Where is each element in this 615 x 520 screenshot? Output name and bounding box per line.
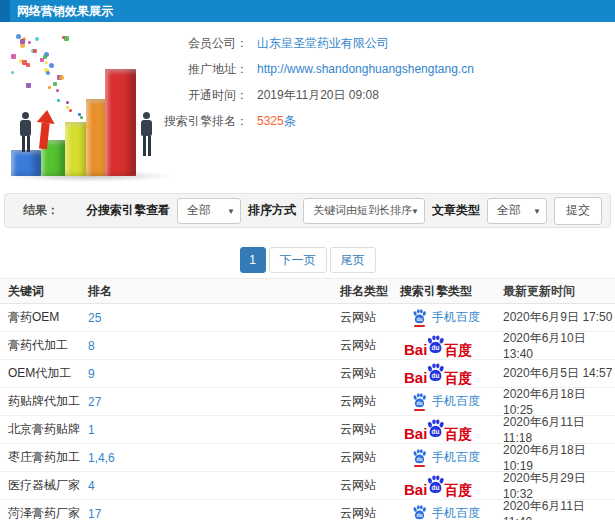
- baidu-du-icon: du: [426, 419, 445, 441]
- baidu-bai-text: Bai: [404, 483, 427, 497]
- last-page-button[interactable]: 尾页: [330, 247, 376, 273]
- updated-time-cell: 2020年6月18日 10:19: [495, 442, 615, 473]
- engine-cell: du手机百度: [400, 393, 495, 411]
- seo-rank-unit: 条: [284, 113, 296, 130]
- confetti-dot: [56, 89, 59, 92]
- info-section: 会员公司： 山东皇圣堂药业有限公司 推广地址： http://www.shand…: [0, 22, 615, 193]
- engine-cell: du手机百度: [400, 309, 495, 327]
- next-page-button[interactable]: 下一页: [269, 247, 327, 273]
- updated-time-cell: 2020年5月29日 10:32: [495, 470, 615, 501]
- rank-cell: 27: [85, 395, 340, 409]
- promo-url-row: 推广地址： http://www.shandonghuangshengtang.…: [120, 56, 474, 82]
- engine-select[interactable]: 全部 ▼: [177, 198, 241, 224]
- rank-cell: 1,4,6: [85, 451, 340, 465]
- engine-label: 手机百度: [432, 449, 480, 466]
- page-button-current[interactable]: 1: [240, 247, 266, 273]
- confetti-dot: [80, 116, 83, 119]
- search-engine-logo-mobile-baidu: du手机百度: [412, 449, 480, 467]
- baidu-red-underline: [414, 409, 425, 411]
- search-engine-logo-baidu: Baidu百度: [404, 363, 472, 385]
- filter-controls: 分搜索引擎查看 全部 ▼ 排序方式 关键词由短到长排序 ▼ 文章类型 全部 ▼ …: [86, 197, 602, 225]
- rank-link[interactable]: 1,4,6: [88, 451, 115, 465]
- updated-time-cell: 2020年6月10日 13:40: [495, 330, 615, 361]
- rank-cell: 1: [85, 423, 340, 437]
- member-company-link[interactable]: 山东皇圣堂药业有限公司: [257, 35, 389, 52]
- caret-down-icon: ▼: [227, 206, 235, 215]
- open-time-row: 开通时间： 2019年11月20日 09:08: [120, 82, 474, 108]
- engine-cell: Baidu百度: [400, 335, 495, 357]
- table-row: 膏药OEM25云网站du手机百度2020年6月9日 17:50: [0, 304, 615, 332]
- seo-rank-label: 搜索引擎排名：: [120, 113, 248, 130]
- page-title: 网络营销效果展示: [17, 0, 113, 22]
- rank-cell: 17: [85, 507, 340, 520]
- confetti-dot: [57, 99, 60, 102]
- confetti-dot: [46, 71, 50, 75]
- confetti-dot: [28, 41, 31, 44]
- table-row: 枣庄膏药加工1,4,6云网站du手机百度2020年6月18日 10:19: [0, 444, 615, 472]
- confetti-dot: [69, 109, 72, 112]
- engine-label: 手机百度: [432, 309, 480, 326]
- engine-select-value: 全部: [187, 202, 211, 219]
- rank-link[interactable]: 4: [88, 479, 95, 493]
- keyword-cell: 药贴牌代加工: [0, 393, 85, 410]
- confetti-dot: [48, 86, 51, 89]
- baidu-paw-icon: du: [412, 449, 427, 464]
- engine-label: 手机百度: [432, 505, 480, 520]
- search-engine-logo-baidu: Baidu百度: [404, 419, 472, 441]
- person-head: [22, 112, 29, 119]
- confetti-dot: [45, 61, 48, 64]
- mobile-baidu-icon: du: [412, 393, 427, 411]
- confetti-dot: [66, 101, 69, 104]
- search-engine-logo-mobile-baidu: du手机百度: [412, 393, 480, 411]
- caret-down-icon: ▼: [411, 206, 419, 215]
- rank-type-cell: 云网站: [340, 309, 400, 326]
- rank-link[interactable]: 9: [88, 367, 95, 381]
- person-legs: [18, 136, 33, 152]
- confetti-dot: [26, 83, 31, 88]
- rank-link[interactable]: 8: [88, 339, 95, 353]
- rank-link[interactable]: 25: [88, 311, 101, 325]
- header-accent-stripe: [0, 0, 10, 22]
- confetti-dot: [49, 63, 54, 68]
- seo-rank-row: 搜索引擎排名： 5325 条: [120, 108, 474, 134]
- table-row: 药贴牌代加工27云网站du手机百度2020年6月18日 10:25: [0, 388, 615, 416]
- rank-link[interactable]: 27: [88, 395, 101, 409]
- rank-link[interactable]: 17: [88, 507, 101, 520]
- baidu-du-icon: du: [426, 475, 445, 497]
- column-header-2: 排名类型: [340, 283, 400, 300]
- article-type-select-value: 全部: [497, 202, 521, 219]
- confetti-dot: [40, 58, 44, 62]
- baidu-paw-icon: du: [412, 393, 427, 408]
- baidu-paw-icon: du: [426, 475, 445, 494]
- keyword-cell: 医疗器械厂家: [0, 477, 85, 494]
- search-engine-logo-mobile-baidu: du手机百度: [412, 309, 480, 327]
- promo-url-link[interactable]: http://www.shandonghuangshengtang.cn: [257, 62, 474, 76]
- rank-type-cell: 云网站: [340, 393, 400, 410]
- confetti-dot: [59, 75, 64, 80]
- baidu-cn-text: 百度: [444, 427, 472, 441]
- rank-type-cell: 云网站: [340, 477, 400, 494]
- baidu-cn-text: 百度: [444, 343, 472, 357]
- baidu-du-icon: du: [426, 335, 445, 357]
- article-type-select[interactable]: 全部 ▼: [487, 198, 547, 224]
- engine-cell: Baidu百度: [400, 419, 495, 441]
- svg-text:du: du: [432, 428, 440, 435]
- app-header: 网络营销效果展示: [0, 0, 615, 22]
- svg-text:du: du: [432, 344, 440, 351]
- filter-bar: 结果： 分搜索引擎查看 全部 ▼ 排序方式 关键词由短到长排序 ▼ 文章类型 全…: [4, 193, 611, 228]
- keyword-cell: 菏泽膏药厂家: [0, 505, 85, 520]
- baidu-bai-text: Bai: [404, 343, 427, 357]
- rank-cell: 8: [85, 339, 340, 353]
- baidu-bai-text: Bai: [404, 371, 427, 385]
- column-header-0: 关键词: [0, 283, 85, 300]
- rank-link[interactable]: 1: [88, 423, 95, 437]
- submit-button[interactable]: 提交: [554, 197, 602, 225]
- updated-time-cell: 2020年6月9日 17:50: [495, 309, 615, 326]
- search-engine-logo-mobile-baidu: du手机百度: [412, 505, 480, 520]
- baidu-paw-icon: du: [426, 419, 445, 438]
- table-row: 膏药代加工8云网站Baidu百度2020年6月10日 13:40: [0, 332, 615, 360]
- search-engine-logo-baidu: Baidu百度: [404, 475, 472, 497]
- sort-select[interactable]: 关键词由短到长排序 ▼: [303, 198, 425, 224]
- table-row: OEM代加工9云网站Baidu百度2020年6月5日 14:57: [0, 360, 615, 388]
- baidu-red-underline: [414, 325, 425, 327]
